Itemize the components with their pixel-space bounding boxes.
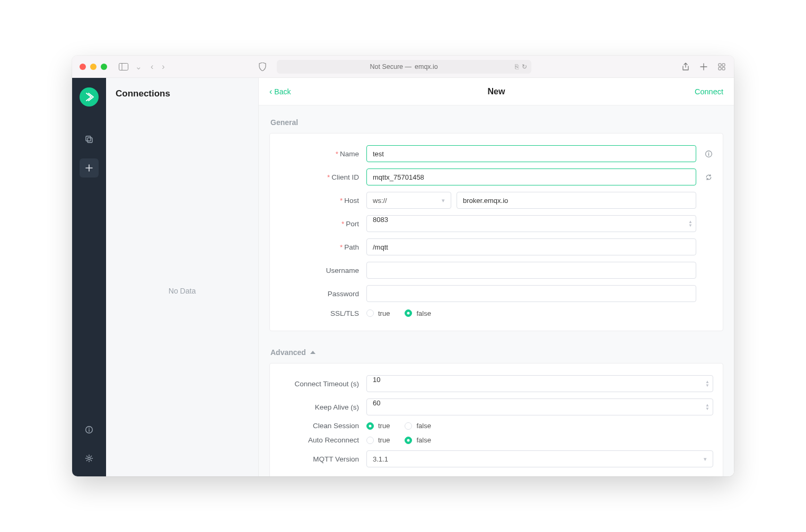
label-host: Host xyxy=(344,197,359,205)
main-header: ‹ Back New Connect xyxy=(259,78,734,105)
port-input[interactable]: 8083 ▲▼ xyxy=(366,215,696,232)
tab-overview-icon[interactable] xyxy=(717,62,726,72)
connect-timeout-input[interactable]: 10 ▲▼ xyxy=(366,375,713,392)
connections-sidebar: Connections No Data xyxy=(106,78,259,476)
auto-reconnect-radio-group: true false xyxy=(366,436,431,444)
nav-settings-button[interactable] xyxy=(80,449,99,468)
privacy-shield-icon[interactable] xyxy=(258,62,267,72)
back-label: Back xyxy=(274,87,291,96)
auto-reconnect-false-radio[interactable]: false xyxy=(405,436,431,444)
address-bar[interactable]: Not Secure — emqx.io ⎘ ↻ xyxy=(277,60,531,74)
label-client-id: Client ID xyxy=(331,173,359,181)
keep-alive-value: 60 xyxy=(373,399,380,407)
stepper-icon[interactable]: ▲▼ xyxy=(705,403,709,411)
caret-up-icon xyxy=(310,351,316,354)
form-scroll-area[interactable]: General *Name *Client ID xyxy=(259,105,734,476)
sidebar-toggle-group: ⌄ ‹ › xyxy=(119,62,167,72)
label-name: Name xyxy=(340,150,359,158)
chevron-down-icon: ▾ xyxy=(442,197,445,204)
scheme-select[interactable]: ws:// ▾ xyxy=(366,192,451,209)
username-input[interactable] xyxy=(366,262,696,279)
titlebar-right-group xyxy=(681,62,726,72)
browser-titlebar: ⌄ ‹ › Not Secure — emqx.io ⎘ ↻ xyxy=(72,56,734,78)
clean-session-false-radio[interactable]: false xyxy=(405,422,431,430)
nav-forward-icon[interactable]: › xyxy=(160,62,166,72)
chevron-left-icon: ‹ xyxy=(269,87,272,96)
sidebar-empty-state: No Data xyxy=(106,105,258,476)
label-mqtt-version: MQTT Version xyxy=(313,455,359,463)
client-id-input[interactable] xyxy=(366,169,696,185)
mqtt-version-value: 3.1.1 xyxy=(373,455,388,463)
app-body: Connections No Data ‹ Back New Connect G… xyxy=(72,78,734,476)
svg-rect-0 xyxy=(119,63,128,70)
nav-back-icon[interactable]: ‹ xyxy=(149,62,155,72)
clean-session-true-radio[interactable]: true xyxy=(366,422,390,430)
chevron-down-icon[interactable]: ⌄ xyxy=(134,62,144,72)
reload-icon[interactable]: ↻ xyxy=(522,63,527,70)
svg-rect-2 xyxy=(719,64,721,66)
label-clean-session: Clean Session xyxy=(313,422,359,430)
ssl-false-radio[interactable]: false xyxy=(405,309,431,317)
connect-timeout-value: 10 xyxy=(373,376,380,384)
mqtt-version-select[interactable]: 3.1.1 ▾ xyxy=(366,450,713,467)
svg-point-9 xyxy=(89,428,90,429)
ssl-true-radio[interactable]: true xyxy=(366,309,390,317)
path-input[interactable] xyxy=(366,238,696,255)
share-icon[interactable] xyxy=(681,62,690,72)
nav-new-connection-button[interactable] xyxy=(80,158,99,178)
nav-copy-button[interactable] xyxy=(80,130,99,149)
svg-rect-4 xyxy=(719,67,721,70)
port-value: 8083 xyxy=(373,216,388,224)
minimize-window-button[interactable] xyxy=(90,64,97,70)
advanced-card: Connect Timeout (s) 10 ▲▼ Keep Alive (s) xyxy=(269,363,723,476)
main-panel: ‹ Back New Connect General *Name xyxy=(259,78,734,476)
label-connect-timeout: Connect Timeout (s) xyxy=(294,380,359,388)
keep-alive-input[interactable]: 60 ▲▼ xyxy=(366,398,713,415)
label-auto-reconnect: Auto Reconnect xyxy=(308,436,359,444)
close-window-button[interactable] xyxy=(80,64,86,70)
label-keep-alive: Keep Alive (s) xyxy=(315,403,359,411)
section-general-label: General xyxy=(269,115,723,133)
page-title: New xyxy=(259,87,734,96)
app-logo[interactable] xyxy=(80,87,99,107)
reader-icon[interactable]: ⎘ xyxy=(515,63,519,70)
sidebar-toggle-icon[interactable] xyxy=(119,62,128,72)
svg-point-10 xyxy=(88,457,91,460)
svg-rect-5 xyxy=(722,67,725,70)
window-controls xyxy=(80,64,107,70)
auto-reconnect-true-radio[interactable]: true xyxy=(366,436,390,444)
safari-window: ⌄ ‹ › Not Secure — emqx.io ⎘ ↻ xyxy=(72,56,734,476)
connect-button[interactable]: Connect xyxy=(695,87,723,96)
name-input[interactable] xyxy=(366,145,696,162)
chevron-down-icon: ▾ xyxy=(704,456,707,463)
label-password: Password xyxy=(328,290,359,298)
general-card: *Name *Client ID xyxy=(269,133,723,331)
section-advanced-label[interactable]: Advanced xyxy=(269,345,723,363)
clean-session-radio-group: true false xyxy=(366,422,431,430)
name-info-icon[interactable] xyxy=(704,150,713,158)
label-port: Port xyxy=(346,220,359,228)
nav-info-button[interactable] xyxy=(80,420,99,439)
new-tab-icon[interactable] xyxy=(699,62,708,72)
refresh-client-id-icon[interactable] xyxy=(704,173,713,181)
address-security-label: Not Secure — xyxy=(370,63,412,70)
svg-rect-6 xyxy=(86,136,91,141)
stepper-icon[interactable]: ▲▼ xyxy=(688,220,693,227)
password-input[interactable] xyxy=(366,285,696,302)
address-host-label: emqx.io xyxy=(415,63,438,70)
label-username: Username xyxy=(326,267,359,274)
stepper-icon[interactable]: ▲▼ xyxy=(705,380,709,387)
svg-rect-3 xyxy=(722,64,725,66)
back-button[interactable]: ‹ Back xyxy=(269,87,291,96)
nav-rail xyxy=(72,78,106,476)
maximize-window-button[interactable] xyxy=(101,64,107,70)
svg-rect-7 xyxy=(87,138,92,143)
sidebar-title: Connections xyxy=(106,78,258,105)
ssl-radio-group: true false xyxy=(366,309,431,317)
label-path: Path xyxy=(344,243,359,251)
scheme-value: ws:// xyxy=(373,197,387,205)
label-ssl: SSL/TLS xyxy=(330,309,359,317)
host-input[interactable] xyxy=(457,192,696,209)
